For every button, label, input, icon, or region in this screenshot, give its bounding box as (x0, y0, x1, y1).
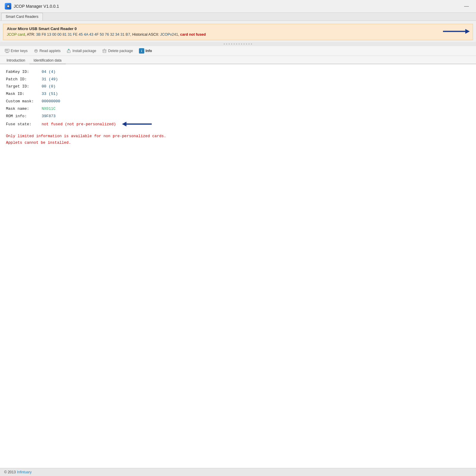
svg-rect-14 (103, 50, 106, 53)
fuse-state-label: Fuse state: (6, 122, 42, 126)
install-package-button[interactable]: + Install package (64, 48, 98, 54)
svg-rect-5 (8, 50, 8, 51)
toolbar: Enter keys Read applets + Install packag… (0, 46, 476, 56)
custom-mask-label: Custom mask: (6, 98, 42, 105)
mask-name-row: Mask name: NX011C (6, 106, 470, 112)
read-applets-button[interactable]: Read applets (31, 48, 63, 54)
arrow-right-annotation (443, 27, 470, 37)
copyright-text: © 2013 (4, 470, 16, 474)
app-title: JCOP Manager V1.0.0.1 (14, 4, 59, 9)
info-icon: i (139, 48, 144, 54)
patch-id-label: Patch ID: (6, 76, 42, 83)
mask-id-row: Mask ID: 33 (51) (6, 91, 470, 97)
delete-package-icon (102, 48, 107, 53)
historical-value: JCOPv241 (160, 32, 178, 37)
minimize-button[interactable]: — (462, 3, 471, 10)
rom-info-label: ROM info: (6, 113, 42, 120)
target-id-label: Target ID: (6, 84, 42, 90)
warning-line1: Only limited information is available fo… (6, 133, 470, 140)
delete-package-button[interactable]: Delete package (100, 48, 135, 54)
atr-label: ATR: (27, 32, 35, 37)
mask-id-value: 33 (51) (42, 91, 58, 97)
tab-smart-card-readers[interactable]: Smart Card Readers (1, 13, 43, 21)
svg-rect-6 (6, 52, 9, 53)
svg-rect-4 (7, 50, 8, 51)
reader-name: Alcor Micro USB Smart Card Reader 0 (7, 26, 469, 31)
svg-marker-19 (122, 122, 126, 126)
fabkey-row: FabKey ID: 04 (4) (6, 69, 470, 75)
sub-tab-introduction[interactable]: Introduction (2, 57, 29, 64)
fabkey-id-value: 04 (4) (42, 69, 56, 75)
custom-mask-value: 00000000 (42, 98, 60, 105)
svg-marker-1 (465, 29, 470, 34)
fuse-state-row: Fuse state: not fused (not pre-personali… (6, 120, 470, 128)
rom-info-row: ROM info: 39F873 (6, 113, 470, 120)
app-icon: 🔲 (5, 3, 11, 10)
sub-tab-bar: Introduction Identification data (0, 56, 476, 64)
company-link[interactable]: Infintuary (17, 470, 32, 474)
target-row: Target ID: 00 (0) (6, 84, 470, 90)
mask-name-value: NX011C (42, 106, 56, 112)
custom-mask-row: Custom mask: 00000000 (6, 98, 470, 105)
title-bar: 🔲 JCOP Manager V1.0.0.1 — (0, 0, 476, 13)
target-id-value: 00 (0) (42, 84, 56, 90)
info-button[interactable]: i Info (137, 47, 154, 54)
fabkey-id-label: FabKey ID: (6, 69, 42, 75)
main-content: FabKey ID: 04 (4) Patch ID: 31 (49) Targ… (0, 64, 476, 468)
fuse-state-value: not fused (not pre-personalized) (42, 122, 116, 126)
install-package-icon: + (66, 48, 71, 53)
arrow-left-annotation (122, 120, 152, 128)
reader-info: JCOP card, ATR: 3B F8 13 00 00 81 31 FE … (7, 32, 469, 37)
not-fused-label: card not fused (180, 32, 206, 37)
svg-text:+: + (68, 51, 69, 53)
svg-rect-3 (6, 50, 7, 51)
patch-row: Patch ID: 31 (49) (6, 76, 470, 83)
warning-text: Only limited information is available fo… (6, 133, 470, 146)
enter-keys-button[interactable]: Enter keys (2, 48, 30, 54)
mask-name-label: Mask name: (6, 106, 42, 112)
mask-id-label: Mask ID: (6, 91, 42, 97)
card-reader-panel: Alcor Micro USB Smart Card Reader 0 JCOP… (3, 24, 473, 40)
warning-line2: Applets cannot be installed. (6, 140, 470, 146)
atr-value: 3B F8 13 00 00 81 31 FE 45 4A 43 4F 50 7… (36, 32, 130, 37)
historical-label: Historical ASCII: (132, 32, 159, 37)
sub-tab-identification-data[interactable]: Identification data (29, 57, 66, 64)
patch-id-value: 31 (49) (42, 76, 58, 83)
rom-info-value: 39F873 (42, 113, 56, 120)
jcop-label: JCOP card (7, 32, 25, 37)
tab-bar: Smart Card Readers (0, 13, 476, 21)
enter-keys-icon (5, 48, 10, 53)
divider: ▪ ▪ ▪ ▪ ▪ ▪ ▪ ▪ ▪ ▪ ▪ ▪ (0, 42, 476, 46)
identification-table: FabKey ID: 04 (4) Patch ID: 31 (49) Targ… (6, 69, 470, 128)
footer: © 2013 Infintuary (0, 468, 476, 476)
read-applets-icon (34, 48, 38, 53)
